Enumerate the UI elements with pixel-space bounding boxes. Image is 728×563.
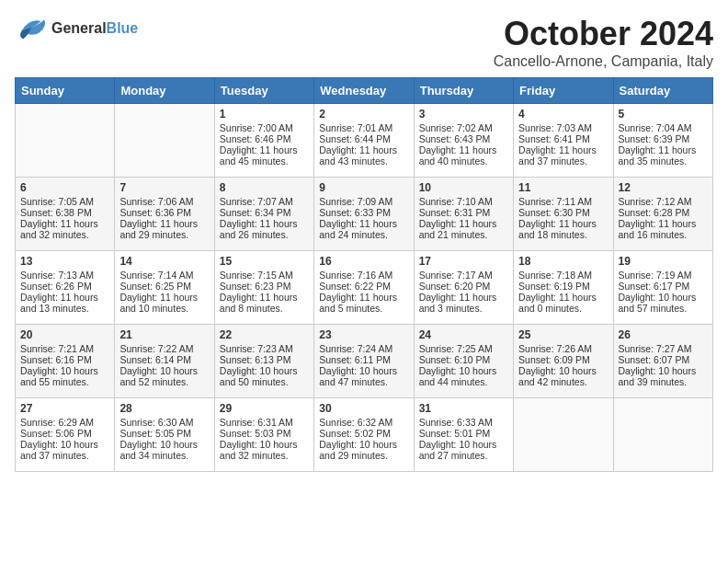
- sunset-text: Sunset: 6:38 PM: [20, 207, 92, 218]
- calendar-week-row: 6 Sunrise: 7:05 AM Sunset: 6:38 PM Dayli…: [16, 178, 713, 251]
- daylight-text: Daylight: 10 hours and 57 minutes.: [619, 292, 697, 314]
- calendar-cell: [115, 104, 214, 178]
- daylight-text: Daylight: 10 hours and 50 minutes.: [220, 365, 298, 387]
- calendar-title: October 2024: [494, 15, 713, 53]
- sunset-text: Sunset: 6:43 PM: [419, 133, 491, 144]
- calendar-cell: 26 Sunrise: 7:27 AM Sunset: 6:07 PM Dayl…: [613, 325, 712, 398]
- day-number: 9: [319, 181, 408, 194]
- sunset-text: Sunset: 6:23 PM: [220, 281, 291, 292]
- day-number: 12: [619, 181, 708, 194]
- sunset-text: Sunset: 5:02 PM: [319, 428, 391, 439]
- daylight-text: Daylight: 11 hours and 13 minutes.: [20, 292, 98, 314]
- sunset-text: Sunset: 6:11 PM: [319, 354, 391, 365]
- daylight-text: Daylight: 11 hours and 45 minutes.: [220, 144, 298, 167]
- daylight-text: Daylight: 10 hours and 42 minutes.: [518, 365, 597, 387]
- logo: GeneralBlue: [15, 15, 138, 42]
- day-number: 11: [518, 181, 608, 194]
- day-header-monday: Monday: [115, 78, 214, 104]
- calendar-cell: 8 Sunrise: 7:07 AM Sunset: 6:34 PM Dayli…: [214, 178, 313, 251]
- daylight-text: Daylight: 11 hours and 21 minutes.: [419, 218, 497, 240]
- day-number: 19: [619, 255, 708, 268]
- daylight-text: Daylight: 10 hours and 32 minutes.: [220, 439, 298, 461]
- sunset-text: Sunset: 6:13 PM: [220, 354, 291, 365]
- calendar-cell: 3 Sunrise: 7:02 AM Sunset: 6:43 PM Dayli…: [414, 104, 513, 178]
- sunrise-text: Sunrise: 7:02 AM: [419, 122, 493, 133]
- sunset-text: Sunset: 6:44 PM: [319, 133, 391, 144]
- daylight-text: Daylight: 11 hours and 5 minutes.: [319, 292, 397, 314]
- sunrise-text: Sunrise: 7:26 AM: [518, 343, 592, 354]
- sunset-text: Sunset: 6:34 PM: [220, 207, 291, 218]
- day-number: 6: [20, 181, 109, 194]
- sunrise-text: Sunrise: 7:18 AM: [518, 270, 592, 281]
- daylight-text: Daylight: 11 hours and 40 minutes.: [419, 144, 497, 167]
- daylight-text: Daylight: 10 hours and 52 minutes.: [119, 365, 198, 387]
- day-header-friday: Friday: [514, 78, 613, 104]
- daylight-text: Daylight: 11 hours and 3 minutes.: [419, 292, 497, 314]
- calendar-cell: 10 Sunrise: 7:10 AM Sunset: 6:31 PM Dayl…: [414, 178, 513, 251]
- sunrise-text: Sunrise: 7:06 AM: [119, 196, 193, 207]
- day-number: 22: [220, 328, 309, 341]
- daylight-text: Daylight: 11 hours and 37 minutes.: [518, 144, 597, 167]
- calendar-cell: 20 Sunrise: 7:21 AM Sunset: 6:16 PM Dayl…: [16, 325, 115, 398]
- calendar-cell: 22 Sunrise: 7:23 AM Sunset: 6:13 PM Dayl…: [214, 325, 313, 398]
- day-number: 24: [419, 328, 508, 341]
- sunrise-text: Sunrise: 7:03 AM: [518, 122, 592, 133]
- calendar-cell: [514, 398, 613, 472]
- day-header-wednesday: Wednesday: [314, 78, 414, 104]
- day-number: 10: [419, 181, 508, 194]
- day-number: 15: [220, 255, 309, 268]
- daylight-text: Daylight: 11 hours and 29 minutes.: [119, 218, 198, 240]
- sunrise-text: Sunrise: 6:29 AM: [20, 417, 94, 428]
- daylight-text: Daylight: 11 hours and 43 minutes.: [319, 144, 397, 167]
- day-number: 25: [518, 328, 608, 341]
- day-number: 16: [319, 255, 408, 268]
- calendar-week-row: 1 Sunrise: 7:00 AM Sunset: 6:46 PM Dayli…: [16, 104, 713, 178]
- calendar-cell: 12 Sunrise: 7:12 AM Sunset: 6:28 PM Dayl…: [613, 178, 712, 251]
- sunrise-text: Sunrise: 7:05 AM: [20, 196, 94, 207]
- calendar-subtitle: Cancello-Arnone, Campania, Italy: [494, 53, 713, 70]
- calendar-cell: 27 Sunrise: 6:29 AM Sunset: 5:06 PM Dayl…: [16, 398, 115, 472]
- sunrise-text: Sunrise: 6:33 AM: [419, 417, 493, 428]
- logo-icon: [15, 15, 48, 42]
- daylight-text: Daylight: 10 hours and 47 minutes.: [319, 365, 397, 387]
- calendar-cell: 6 Sunrise: 7:05 AM Sunset: 6:38 PM Dayli…: [16, 178, 115, 251]
- daylight-text: Daylight: 11 hours and 16 minutes.: [619, 218, 697, 240]
- calendar-cell: 28 Sunrise: 6:30 AM Sunset: 5:05 PM Dayl…: [115, 398, 214, 472]
- sunrise-text: Sunrise: 7:25 AM: [419, 343, 493, 354]
- sunrise-text: Sunrise: 7:09 AM: [319, 196, 392, 207]
- sunset-text: Sunset: 6:33 PM: [319, 207, 391, 218]
- calendar-cell: 29 Sunrise: 6:31 AM Sunset: 5:03 PM Dayl…: [214, 398, 313, 472]
- sunrise-text: Sunrise: 7:11 AM: [518, 196, 592, 207]
- calendar-cell: 9 Sunrise: 7:09 AM Sunset: 6:33 PM Dayli…: [314, 178, 414, 251]
- daylight-text: Daylight: 11 hours and 8 minutes.: [220, 292, 298, 314]
- day-number: 5: [619, 108, 708, 121]
- day-number: 30: [319, 402, 408, 415]
- calendar-cell: 25 Sunrise: 7:26 AM Sunset: 6:09 PM Dayl…: [514, 325, 613, 398]
- daylight-text: Daylight: 10 hours and 55 minutes.: [20, 365, 98, 387]
- logo-text: GeneralBlue: [51, 20, 138, 37]
- sunrise-text: Sunrise: 7:24 AM: [319, 343, 392, 354]
- day-number: 18: [518, 255, 608, 268]
- sunset-text: Sunset: 5:03 PM: [220, 428, 291, 439]
- sunset-text: Sunset: 6:25 PM: [119, 281, 191, 292]
- sunrise-text: Sunrise: 6:32 AM: [319, 417, 392, 428]
- calendar-week-row: 27 Sunrise: 6:29 AM Sunset: 5:06 PM Dayl…: [16, 398, 713, 472]
- daylight-text: Daylight: 11 hours and 26 minutes.: [220, 218, 298, 240]
- day-number: 1: [220, 108, 309, 121]
- daylight-text: Daylight: 11 hours and 0 minutes.: [518, 292, 597, 314]
- calendar-cell: 23 Sunrise: 7:24 AM Sunset: 6:11 PM Dayl…: [314, 325, 414, 398]
- sunrise-text: Sunrise: 7:14 AM: [119, 270, 193, 281]
- sunrise-text: Sunrise: 7:00 AM: [220, 122, 293, 133]
- day-number: 8: [220, 181, 309, 194]
- sunset-text: Sunset: 6:46 PM: [220, 133, 291, 144]
- day-number: 7: [119, 181, 209, 194]
- sunrise-text: Sunrise: 6:30 AM: [119, 417, 193, 428]
- day-number: 2: [319, 108, 408, 121]
- sunset-text: Sunset: 6:22 PM: [319, 281, 391, 292]
- day-number: 4: [518, 108, 608, 121]
- calendar-cell: 1 Sunrise: 7:00 AM Sunset: 6:46 PM Dayli…: [214, 104, 313, 178]
- sunrise-text: Sunrise: 7:21 AM: [20, 343, 94, 354]
- calendar-week-row: 13 Sunrise: 7:13 AM Sunset: 6:26 PM Dayl…: [16, 251, 713, 325]
- calendar-cell: 17 Sunrise: 7:17 AM Sunset: 6:20 PM Dayl…: [414, 251, 513, 325]
- daylight-text: Daylight: 10 hours and 44 minutes.: [419, 365, 497, 387]
